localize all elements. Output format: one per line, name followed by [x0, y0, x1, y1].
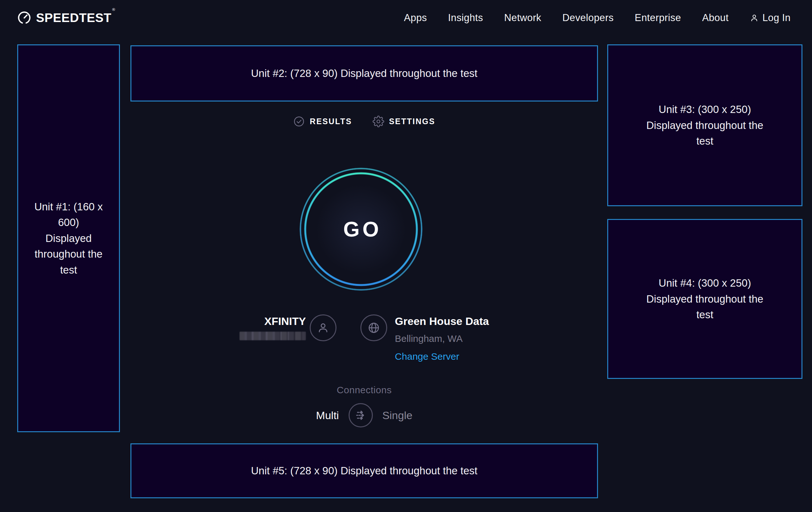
server-globe-badge	[360, 315, 387, 341]
multi-connection-arrows-icon	[354, 408, 368, 422]
connections-option-multi[interactable]: Multi	[316, 409, 339, 422]
connections-toggle-button[interactable]	[349, 403, 373, 427]
nav-item-network[interactable]: Network	[504, 12, 542, 24]
nav-item-apps[interactable]: Apps	[404, 12, 427, 24]
isp-block: XFINITY	[239, 315, 337, 341]
gear-icon	[373, 115, 384, 127]
server-block: Green House Data Bellingham, WA Change S…	[360, 315, 489, 362]
speedtest-logo[interactable]: SPEEDTEST®	[18, 11, 115, 25]
top-nav-bar: SPEEDTEST® Apps Insights Network Develop…	[0, 0, 812, 36]
server-location: Bellingham, WA	[395, 333, 462, 344]
isp-text: XFINITY	[239, 315, 306, 340]
ad-unit-2[interactable]: Unit #2: (728 x 90) Displayed throughout…	[130, 45, 598, 102]
user-icon	[316, 321, 330, 335]
ad-unit-2-label: Unit #2: (728 x 90) Displayed throughout…	[251, 65, 477, 81]
nav-item-insights[interactable]: Insights	[448, 12, 483, 24]
ad-unit-5[interactable]: Unit #5: (728 x 90) Displayed throughout…	[130, 443, 598, 498]
check-circle-icon	[293, 115, 305, 127]
globe-icon	[367, 321, 381, 335]
log-in-button[interactable]: Log In	[750, 12, 791, 24]
ad-unit-1-label: Unit #1: (160 x 600) Displayed throughou…	[34, 199, 103, 278]
ip-address-redacted	[239, 332, 306, 340]
user-icon	[750, 13, 759, 23]
connections-label: Connections	[337, 385, 392, 396]
brand-name: SPEEDTEST®	[36, 11, 115, 25]
isp-name[interactable]: XFINITY	[264, 315, 306, 328]
change-server-link[interactable]: Change Server	[395, 351, 459, 362]
nav-item-about[interactable]: About	[702, 12, 728, 24]
connections-toggle-row: Multi Single	[316, 403, 412, 427]
ad-unit-3[interactable]: Unit #3: (300 x 250) Displayed throughou…	[607, 44, 803, 206]
isp-avatar	[310, 315, 337, 341]
tab-results[interactable]: RESULTS	[293, 115, 352, 127]
speedometer-gauge-icon	[18, 11, 31, 25]
ad-unit-5-label: Unit #5: (728 x 90) Displayed throughout…	[251, 463, 477, 479]
log-in-label: Log In	[762, 12, 791, 24]
connections-section: Connections Multi Single	[130, 385, 598, 427]
tab-settings-label: SETTINGS	[389, 117, 435, 126]
results-settings-tabs: RESULTS SETTINGS	[130, 115, 598, 127]
server-name: Green House Data	[395, 315, 489, 328]
go-button[interactable]: GO	[299, 168, 423, 291]
ad-unit-4-label: Unit #4: (300 x 250) Displayed throughou…	[641, 275, 768, 323]
ad-unit-4[interactable]: Unit #4: (300 x 250) Displayed throughou…	[607, 219, 803, 379]
speedtest-page: SPEEDTEST® Apps Insights Network Develop…	[0, 0, 812, 512]
tab-settings[interactable]: SETTINGS	[373, 115, 435, 127]
nav-item-enterprise[interactable]: Enterprise	[635, 12, 681, 24]
ad-unit-3-label: Unit #3: (300 x 250) Displayed throughou…	[641, 102, 768, 149]
nav-item-developers[interactable]: Developers	[562, 12, 614, 24]
registered-trademark: ®	[112, 7, 115, 12]
tab-results-label: RESULTS	[310, 117, 352, 126]
server-text: Green House Data Bellingham, WA Change S…	[395, 315, 489, 362]
primary-nav: Apps Insights Network Developers Enterpr…	[404, 0, 791, 36]
connection-info-row: XFINITY Green House Data Belling	[130, 315, 598, 362]
connections-option-single[interactable]: Single	[382, 409, 413, 422]
ad-unit-1[interactable]: Unit #1: (160 x 600) Displayed throughou…	[17, 44, 120, 432]
go-button-label: GO	[299, 168, 423, 291]
